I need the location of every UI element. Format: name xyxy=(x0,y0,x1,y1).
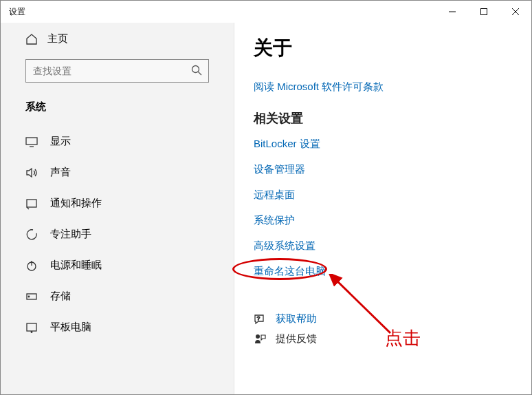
close-button[interactable] xyxy=(500,1,531,23)
sidebar-section-title: 系统 xyxy=(1,94,234,126)
sound-icon xyxy=(25,167,38,179)
svg-line-5 xyxy=(199,72,202,76)
feedback-icon xyxy=(254,333,266,345)
link-remote-desktop[interactable]: 远程桌面 xyxy=(254,189,512,202)
search-icon xyxy=(191,65,202,76)
link-device-manager[interactable]: 设备管理器 xyxy=(254,163,512,176)
display-icon xyxy=(25,136,38,148)
focus-icon xyxy=(25,228,38,241)
sidebar-item-label: 平板电脑 xyxy=(50,321,91,334)
license-link[interactable]: 阅读 Microsoft 软件许可条款 xyxy=(254,81,512,94)
sidebar-item-notifications[interactable]: 通知和操作 xyxy=(1,188,234,219)
svg-rect-1 xyxy=(481,9,487,15)
sidebar-item-label: 显示 xyxy=(50,135,71,148)
svg-point-16 xyxy=(256,334,260,339)
sidebar-item-sound[interactable]: 声音 xyxy=(1,157,234,188)
svg-rect-8 xyxy=(27,200,36,207)
window-title: 设置 xyxy=(9,6,25,18)
page-title: 关于 xyxy=(254,35,512,61)
titlebar: 设置 xyxy=(1,1,531,23)
help-icon: ? xyxy=(254,313,266,325)
minimize-button[interactable] xyxy=(436,1,468,23)
power-icon xyxy=(25,259,38,272)
sidebar-item-label: 专注助手 xyxy=(50,228,91,241)
svg-text:?: ? xyxy=(257,314,261,321)
link-bitlocker[interactable]: BitLocker 设置 xyxy=(254,138,512,151)
tablet-icon xyxy=(25,321,38,334)
maximize-button[interactable] xyxy=(468,1,500,23)
home-icon xyxy=(25,33,38,45)
link-system-protection[interactable]: 系统保护 xyxy=(254,214,512,227)
link-rename-pc[interactable]: 重命名这台电脑 xyxy=(254,265,512,278)
svg-point-4 xyxy=(192,66,199,73)
storage-icon xyxy=(25,290,38,303)
search-input[interactable] xyxy=(25,59,209,83)
svg-point-14 xyxy=(31,331,32,332)
help-link[interactable]: 获取帮助 xyxy=(276,312,317,325)
link-advanced-system-settings[interactable]: 高级系统设置 xyxy=(254,239,512,253)
home-label: 主页 xyxy=(47,32,68,45)
home-button[interactable]: 主页 xyxy=(1,23,234,51)
svg-rect-6 xyxy=(26,138,37,145)
sidebar-item-storage[interactable]: 存储 xyxy=(1,281,234,312)
related-settings-heading: 相关设置 xyxy=(254,110,512,127)
sidebar-item-display[interactable]: 显示 xyxy=(1,126,234,157)
notification-icon xyxy=(25,198,38,210)
svg-rect-13 xyxy=(27,323,36,331)
sidebar-item-tablet[interactable]: 平板电脑 xyxy=(1,312,234,343)
feedback-link[interactable]: 提供反馈 xyxy=(276,332,317,345)
sidebar-item-label: 存储 xyxy=(50,290,71,303)
svg-point-12 xyxy=(28,296,30,297)
sidebar-item-focus[interactable]: 专注助手 xyxy=(1,219,234,250)
sidebar: 主页 系统 显示 声音 通知和操作 xyxy=(1,23,234,394)
content-area: 关于 阅读 Microsoft 软件许可条款 相关设置 BitLocker 设置… xyxy=(234,23,531,394)
sidebar-item-label: 声音 xyxy=(50,166,71,179)
sidebar-item-power[interactable]: 电源和睡眠 xyxy=(1,250,234,281)
sidebar-item-label: 电源和睡眠 xyxy=(50,259,102,272)
sidebar-item-label: 通知和操作 xyxy=(50,197,102,210)
